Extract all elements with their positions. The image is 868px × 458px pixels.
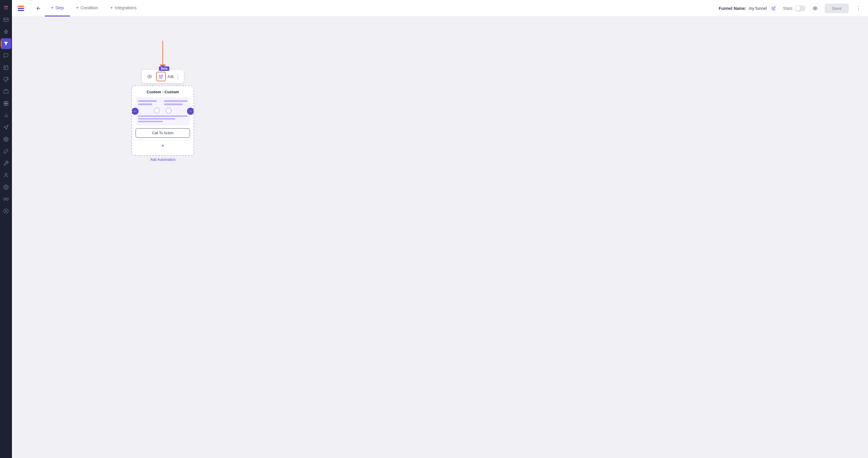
sidebar-pin-icon[interactable]: [1, 26, 11, 37]
tab-integrations-plus: +: [110, 5, 113, 10]
sidebar-user-icon[interactable]: [1, 170, 11, 180]
sidebar-wrench-icon[interactable]: [1, 158, 11, 169]
add-automation-label: Add Automation: [150, 158, 176, 162]
add-automation-plus: +: [161, 143, 164, 149]
preview-circle-1: [154, 108, 160, 114]
card-toolbar: Beta A/B ⋮: [142, 70, 184, 83]
preview-bar-4: [164, 104, 183, 105]
svg-rect-19: [18, 6, 24, 7]
ab-label: A/B: [167, 75, 174, 79]
sidebar-chat-icon[interactable]: [1, 50, 11, 61]
sidebar-woo-icon[interactable]: [1, 86, 11, 97]
sidebar-email-icon[interactable]: [1, 15, 11, 25]
svg-point-14: [5, 187, 7, 188]
svg-point-12: [6, 139, 7, 140]
svg-rect-15: [4, 198, 5, 200]
svg-rect-5: [4, 90, 8, 93]
preview-button[interactable]: [810, 4, 820, 13]
next-variant-button[interactable]: →: [187, 108, 194, 115]
svg-point-23: [149, 76, 150, 77]
stats-toggle[interactable]: [795, 5, 806, 11]
toolbar-more-button[interactable]: ⋮: [175, 73, 181, 80]
sidebar-brush-icon[interactable]: [1, 146, 11, 156]
preview-line-1: [138, 115, 188, 117]
funnel-name-label: Funnel Name:: [719, 6, 746, 11]
add-automation-button[interactable]: +: [135, 140, 190, 151]
preview-bar-1: [138, 100, 157, 102]
preview-bar-2: [138, 104, 152, 105]
funnel-step: Beta A/B ⋮ Custom - Custom: [131, 41, 194, 162]
funnel-name-value: my funnel: [749, 6, 767, 11]
stats-section: Stats: [783, 5, 806, 11]
svg-rect-3: [4, 18, 8, 22]
entry-arrow: [160, 41, 166, 69]
tab-step[interactable]: + Step: [45, 0, 70, 17]
nav-right: Funnel Name: my funnel Stats Save ⋮: [719, 0, 863, 17]
svg-rect-2: [4, 9, 8, 9]
top-nav: + Step + Condition + Integrations Funnel…: [12, 0, 868, 17]
step-card[interactable]: Custom - Custom ← →: [131, 86, 194, 156]
preview-circles: [138, 108, 188, 114]
stats-label: Stats: [783, 6, 793, 11]
edit-step-button[interactable]: [156, 72, 166, 81]
svg-rect-16: [7, 198, 8, 200]
step-title-part1: Custom: [147, 90, 161, 94]
svg-rect-20: [18, 8, 24, 9]
preview-columns: [138, 100, 188, 105]
beta-badge: Beta: [159, 66, 169, 71]
main-container: + Step + Condition + Integrations Funnel…: [12, 0, 868, 458]
prev-variant-button[interactable]: ←: [131, 108, 138, 115]
nav-logo: [17, 0, 30, 17]
sidebar: [0, 0, 12, 458]
preview-col-left: [138, 100, 162, 105]
svg-rect-4: [4, 65, 8, 70]
tab-step-label: Step: [55, 5, 64, 10]
tab-integrations[interactable]: + Integrations: [104, 0, 143, 17]
sidebar-thumbsdown-icon[interactable]: [1, 74, 11, 85]
svg-point-11: [5, 138, 7, 141]
svg-rect-7: [6, 101, 8, 103]
save-button[interactable]: Save: [825, 4, 849, 13]
sidebar-megaphone-icon[interactable]: [1, 122, 11, 133]
sidebar-play-icon[interactable]: [1, 206, 11, 217]
more-options-button[interactable]: ⋮: [854, 4, 863, 13]
back-button[interactable]: [32, 0, 45, 17]
tab-integrations-label: Integrations: [115, 5, 136, 10]
step-preview: ← →: [135, 97, 190, 125]
tab-condition-plus: +: [76, 5, 79, 10]
sidebar-layouts-icon[interactable]: [1, 98, 11, 109]
nav-tabs: + Step + Condition + Integrations: [45, 0, 143, 17]
tab-condition-label: Condition: [81, 5, 98, 10]
sidebar-logo[interactable]: [1, 2, 11, 13]
sidebar-settings-icon[interactable]: [1, 182, 11, 193]
svg-marker-18: [6, 210, 7, 212]
preview-bar-3: [164, 100, 188, 102]
preview-step-button[interactable]: [145, 72, 154, 81]
sidebar-barchart-icon[interactable]: [1, 110, 11, 121]
svg-rect-21: [18, 10, 24, 11]
svg-rect-1: [4, 7, 8, 8]
svg-rect-6: [4, 101, 6, 103]
step-card-inner: Custom - Custom ← →: [132, 86, 193, 155]
sidebar-funnel-icon[interactable]: [1, 38, 11, 49]
sidebar-integrations-icon[interactable]: [1, 194, 11, 204]
canvas: Beta A/B ⋮ Custom - Custom: [12, 17, 868, 458]
sidebar-circle-layers-icon[interactable]: [1, 134, 11, 145]
edit-funnel-name-button[interactable]: [769, 4, 778, 13]
cta-button[interactable]: Call To Action: [135, 128, 190, 138]
tab-step-plus: +: [51, 5, 54, 10]
svg-point-22: [814, 8, 816, 9]
step-title-sep: -: [161, 90, 164, 94]
preview-circle-2: [166, 108, 172, 114]
funnel-name-section: Funnel Name: my funnel: [719, 4, 778, 13]
svg-point-10: [4, 137, 8, 142]
svg-rect-0: [4, 6, 8, 7]
preview-lines: [138, 115, 188, 122]
svg-point-13: [5, 173, 7, 175]
tab-condition[interactable]: + Condition: [70, 0, 104, 17]
step-card-title: Custom - Custom: [135, 90, 190, 94]
sidebar-pages-icon[interactable]: [1, 62, 11, 73]
preview-col-right: [164, 100, 188, 105]
preview-line-3: [138, 121, 163, 122]
svg-rect-9: [6, 104, 8, 106]
